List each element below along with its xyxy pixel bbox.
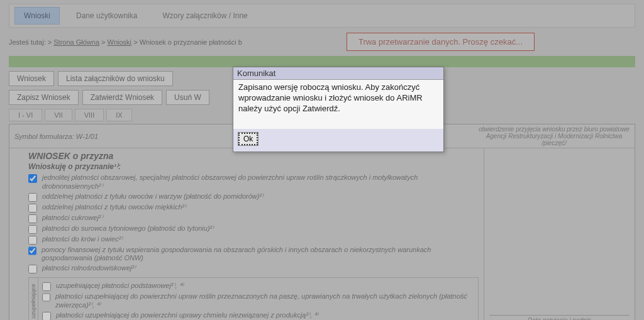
- checkbox-item-7[interactable]: [28, 265, 37, 273]
- page-tab-8[interactable]: VIII: [75, 109, 104, 121]
- checkbox-item-0[interactable]: [28, 174, 37, 183]
- list-item: pomocy finansowej z tytułu wspierania go…: [28, 246, 479, 263]
- list-item: jednolitej płatności obszarowej, specjal…: [28, 174, 479, 191]
- checkbox-sub-0[interactable]: [42, 282, 51, 291]
- breadcrumb-row: Jesteś tutaj: > Strona Główna > Wnioski …: [9, 33, 635, 51]
- page-tab-7[interactable]: VII: [45, 109, 72, 121]
- dialog-footer: Ok: [233, 129, 443, 152]
- delete-button[interactable]: Usuń W: [166, 90, 209, 105]
- item-label: oddzielnej płatności z tytułu owoców mię…: [42, 203, 186, 212]
- checkbox-item-1[interactable]: [28, 193, 37, 202]
- list-item: uzupełniającej płatności podstawowej²⁾, …: [42, 282, 474, 291]
- checkbox-sub-1[interactable]: [42, 293, 50, 302]
- breadcrumb-prefix: Jesteś tutaj:: [9, 38, 46, 46]
- list-item: płatności cukrowej²⁾: [28, 214, 479, 223]
- ok-button[interactable]: Ok: [238, 133, 258, 145]
- breadcrumb-current: Wniosek o przyznanie płatności b: [140, 38, 242, 46]
- list-item: płatności rolnośrodowiskowej²⁾: [28, 264, 479, 273]
- breadcrumb-link-home[interactable]: Strona Główna: [53, 38, 99, 46]
- item-label: oddzielnej płatności z tytułu owoców i w…: [42, 192, 264, 201]
- tab-dane-uzytkownika[interactable]: Dane użytkownika: [67, 8, 146, 24]
- item-label: jednolitej płatności obszarowej, specjal…: [42, 174, 479, 191]
- right-footer-label: Data przyjęcia i podpis: [528, 317, 591, 321]
- dialog-body: Zapisano wersję roboczą wniosku. Aby zak…: [233, 80, 443, 129]
- checkbox-sub-2[interactable]: [42, 312, 51, 321]
- subtab-lista-zalacznikow[interactable]: Lista załączników do wniosku: [58, 71, 173, 86]
- form-subtitle: Wnioskuję o przyznanie¹⁾:: [28, 162, 479, 171]
- processing-notice: Trwa przetwarzanie danych. Proszę czekać…: [347, 33, 535, 51]
- section-divider-bar: [9, 56, 635, 67]
- page-tab-1-6[interactable]: I - VI: [9, 109, 42, 121]
- sub-group-label: uzupełniające: [29, 278, 38, 320]
- save-button[interactable]: Zapisz Wniosek: [9, 90, 79, 105]
- item-label: płatności do krów i owiec²⁾: [42, 235, 123, 244]
- tab-wzory-zalacznikow[interactable]: Wzory załączników / Inne: [153, 8, 256, 24]
- breadcrumb: Jesteś tutaj: > Strona Główna > Wnioski …: [9, 38, 242, 46]
- list-item: płatności do krów i owiec²⁾: [28, 235, 479, 245]
- item-label: uzupełniającej płatności podstawowej²⁾, …: [56, 282, 184, 290]
- item-label: płatności cukrowej²⁾: [42, 214, 103, 223]
- item-label: płatności rolnośrodowiskowej²⁾: [42, 264, 136, 273]
- checkbox-item-6[interactable]: [28, 246, 36, 255]
- item-label: płatności do surowca tytoniowego (płatno…: [42, 224, 214, 233]
- tab-wnioski[interactable]: Wnioski: [14, 7, 60, 25]
- list-item: płatności uzupełniającej do powierzchni …: [42, 311, 474, 321]
- checkbox-item-5[interactable]: [28, 236, 37, 245]
- form-right-footer: Data przyjęcia i podpis: [489, 315, 630, 321]
- item-label: płatności uzupełniającej do powierzchni …: [56, 311, 318, 320]
- breadcrumb-link-wnioski[interactable]: Wnioski: [108, 38, 132, 46]
- list-item: oddzielnej płatności z tytułu owoców mię…: [28, 203, 479, 212]
- item-label: płatności uzupełniającej do powierzchni …: [55, 292, 474, 310]
- checkbox-item-2[interactable]: [28, 204, 37, 212]
- form-right-header: otwierdzenie przyjęcia wniosku przez biu…: [479, 126, 630, 146]
- form-title: WNIOSEK o przyzna: [28, 151, 479, 161]
- list-item: płatności uzupełniającej do powierzchni …: [42, 292, 474, 310]
- subtab-wniosek[interactable]: Wniosek: [9, 71, 54, 86]
- checkbox-item-4[interactable]: [28, 225, 37, 234]
- sub-items: uzupełniającej płatności podstawowej²⁾, …: [38, 278, 478, 320]
- page-tab-9[interactable]: IX: [106, 109, 131, 121]
- sub-group: uzupełniające uzupełniającej płatności p…: [28, 277, 479, 320]
- top-nav: Wnioski Dane użytkownika Wzory załącznik…: [9, 4, 635, 28]
- form-area: Symbol formularza: W-1/01 Agenc otwierdz…: [9, 124, 635, 320]
- form-right: Data przyjęcia i podpis: [484, 148, 635, 320]
- list-item: płatności do surowca tytoniowego (płatno…: [28, 224, 479, 234]
- form-left: WNIOSEK o przyzna Wnioskuję o przyznanie…: [9, 148, 484, 320]
- form-symbol: Symbol formularza: W-1/01: [14, 133, 98, 140]
- approve-button[interactable]: Zatwierdź Wniosek: [82, 90, 162, 105]
- dialog-title: Komunikat: [233, 67, 443, 80]
- checkbox-item-3[interactable]: [28, 214, 37, 223]
- dialog-komunikat: Komunikat Zapisano wersję roboczą wniosk…: [233, 67, 444, 152]
- list-item: oddzielnej płatności z tytułu owoców i w…: [28, 192, 479, 202]
- item-label: pomocy finansowej z tytułu wspierania go…: [42, 246, 479, 263]
